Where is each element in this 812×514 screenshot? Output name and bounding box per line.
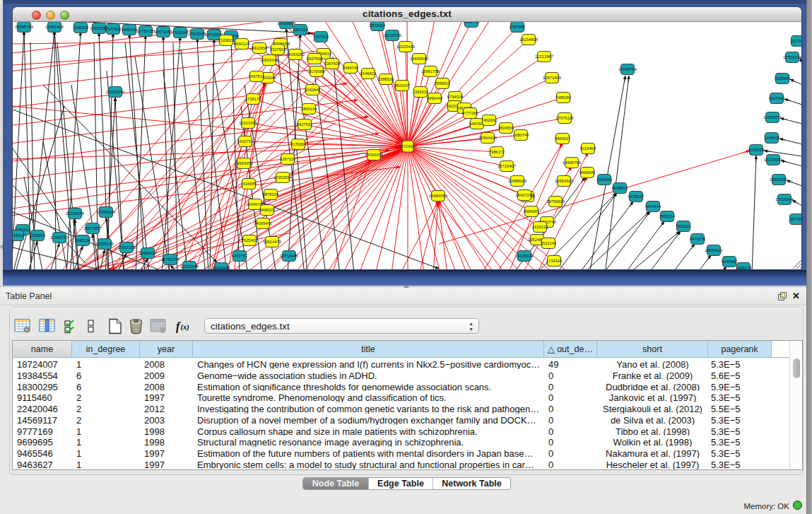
svg-text:16640910: 16640910	[410, 57, 428, 61]
svg-text:1615132: 1615132	[532, 225, 548, 229]
svg-text:17515546: 17515546	[188, 32, 206, 36]
svg-text:1117236: 1117236	[790, 39, 802, 43]
svg-text:1244415: 1244415	[764, 136, 780, 140]
svg-text:9327508: 9327508	[307, 57, 323, 61]
svg-text:10543342: 10543342	[260, 58, 278, 62]
svg-text:13654923: 13654923	[555, 179, 573, 183]
svg-text:10973493: 10973493	[543, 76, 561, 80]
svg-text:12213369: 12213369	[239, 121, 257, 125]
svg-text:3170064: 3170064	[290, 142, 307, 146]
svg-text:19384554: 19384554	[429, 194, 448, 198]
svg-text:8660124: 8660124	[234, 42, 250, 46]
svg-text:10719155: 10719155	[136, 29, 155, 33]
svg-text:7386372: 7386372	[489, 150, 505, 154]
svg-text:1993274: 1993274	[736, 266, 752, 270]
svg-text:14495756: 14495756	[563, 160, 581, 165]
svg-text:9175685: 9175685	[309, 69, 325, 74]
svg-text:17975115: 17975115	[555, 116, 573, 120]
svg-text:17957255: 17957255	[117, 245, 136, 250]
svg-text:9684067: 9684067	[524, 209, 540, 214]
svg-text:9115460: 9115460	[580, 146, 596, 151]
svg-text:9146821: 9146821	[360, 71, 377, 76]
svg-text:10654112: 10654112	[705, 248, 722, 252]
svg-text:12942757: 12942757	[50, 235, 69, 240]
svg-text:16914479: 16914479	[263, 240, 281, 244]
svg-text:18300295: 18300295	[365, 153, 383, 157]
svg-text:1588520: 1588520	[378, 77, 394, 81]
svg-text:2087682: 2087682	[510, 25, 526, 29]
svg-text:16154808: 16154808	[519, 37, 538, 42]
svg-text:3267110: 3267110	[280, 157, 295, 161]
svg-text:5878334: 5878334	[263, 192, 279, 197]
svg-text:9327503: 9327503	[270, 47, 286, 52]
svg-text:7515546: 7515546	[172, 30, 189, 35]
svg-text:2935114: 2935114	[659, 214, 676, 218]
svg-text:20053346: 20053346	[106, 90, 124, 94]
svg-text:(x): (x)	[181, 323, 189, 332]
svg-text:9457791: 9457791	[232, 254, 248, 258]
svg-text:12093871: 12093871	[763, 115, 782, 119]
svg-text:1156829: 1156829	[30, 233, 45, 238]
svg-text:9242848: 9242848	[305, 88, 321, 92]
svg-text:14099461: 14099461	[254, 221, 272, 226]
svg-text:9397514: 9397514	[249, 74, 265, 78]
svg-text:1916685: 1916685	[241, 182, 257, 186]
svg-text:12213967: 12213967	[535, 54, 553, 59]
svg-text:6466160: 6466160	[122, 28, 138, 32]
svg-text:23975857: 23975857	[83, 226, 102, 230]
svg-text:9227342: 9227342	[769, 96, 785, 100]
svg-text:8813054: 8813054	[370, 23, 386, 28]
svg-text:1065328: 1065328	[73, 25, 89, 30]
svg-text:12923446: 12923446	[212, 266, 230, 270]
svg-text:8130744: 8130744	[464, 22, 480, 24]
svg-text:16961758: 16961758	[421, 69, 440, 74]
svg-text:15720407: 15720407	[498, 164, 516, 168]
svg-text:18724007: 18724007	[399, 144, 417, 148]
svg-text:1610751: 1610751	[237, 139, 254, 144]
svg-text:1080748: 1080748	[513, 133, 529, 137]
svg-text:1640954: 1640954	[596, 177, 613, 182]
svg-text:12505135: 12505135	[95, 242, 114, 246]
svg-text:9463627: 9463627	[555, 136, 571, 141]
svg-text:9329966: 9329966	[775, 76, 791, 81]
svg-text:20364436: 20364436	[478, 136, 497, 140]
svg-text:7485063: 7485063	[555, 95, 572, 100]
svg-text:2718170: 2718170	[245, 97, 261, 101]
svg-text:15751074: 15751074	[783, 55, 802, 59]
svg-text:8912954: 8912954	[252, 46, 268, 50]
svg-text:3498222: 3498222	[259, 208, 276, 212]
svg-text:6794028: 6794028	[447, 95, 464, 99]
svg-text:7462662: 7462662	[481, 118, 498, 122]
svg-text:3824554: 3824554	[498, 126, 514, 130]
svg-text:2803144: 2803144	[301, 107, 317, 111]
svg-text:19218506: 19218506	[383, 33, 401, 37]
svg-text:20091406: 20091406	[45, 25, 64, 29]
svg-text:18163280: 18163280	[286, 52, 305, 57]
svg-text:10688609: 10688609	[508, 179, 526, 183]
svg-text:13353594: 13353594	[273, 175, 293, 180]
svg-text:14136141: 14136141	[515, 254, 534, 258]
svg-text:7955812: 7955812	[435, 81, 451, 86]
svg-text:3822037: 3822037	[394, 83, 411, 88]
svg-text:16671355: 16671355	[154, 30, 172, 34]
svg-text:7832621: 7832621	[676, 224, 692, 228]
svg-text:17359924: 17359924	[97, 210, 116, 214]
svg-text:9777169: 9777169	[462, 111, 478, 115]
svg-text:16648784: 16648784	[618, 67, 637, 71]
svg-text:8427552: 8427552	[297, 122, 313, 127]
svg-text:13718485: 13718485	[280, 254, 298, 258]
svg-text:10958117: 10958117	[139, 251, 156, 255]
svg-text:8471676: 8471676	[690, 237, 706, 241]
svg-text:16210643: 16210643	[764, 158, 782, 162]
svg-text:3915413: 3915413	[13, 233, 25, 238]
svg-text:19654955: 19654955	[235, 161, 253, 165]
svg-text:15692391: 15692391	[770, 177, 788, 182]
svg-text:9357224: 9357224	[293, 28, 309, 32]
svg-text:1362615: 1362615	[413, 90, 429, 94]
svg-text:6479197: 6479197	[628, 194, 645, 199]
svg-text:19756928: 19756928	[546, 199, 565, 204]
svg-text:16033809: 16033809	[277, 22, 295, 25]
svg-text:24055724: 24055724	[15, 25, 34, 29]
svg-text:20206578: 20206578	[66, 211, 84, 216]
svg-text:7163822: 7163822	[218, 38, 235, 42]
